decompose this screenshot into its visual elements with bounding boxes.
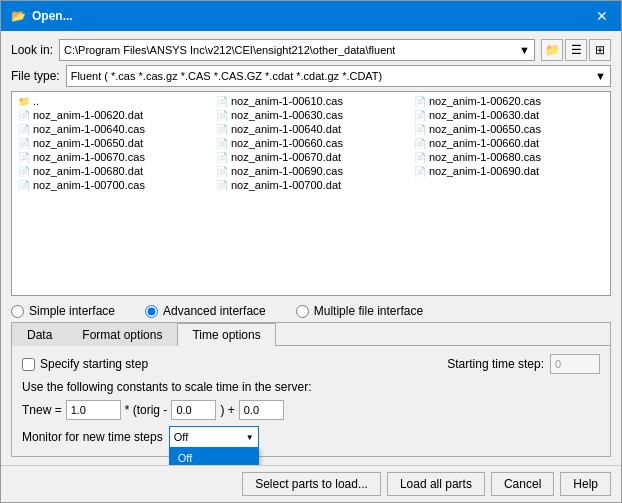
file-icon: 📄 [216,152,228,163]
multiple-interface-label: Multiple file interface [314,304,423,318]
file-name: noz_anim-1-00630.cas [231,109,343,121]
look-in-label: Look in: [11,43,53,57]
file-name: noz_anim-1-00680.dat [33,165,143,177]
list-item[interactable]: 📄 noz_anim-1-00620.dat [14,108,212,122]
file-icon: 📄 [216,96,228,107]
monitor-combo[interactable]: Off ▼ [169,426,259,448]
advanced-interface-label: Advanced interface [163,304,266,318]
specify-step-checkbox[interactable] [22,358,35,371]
list-view-button[interactable]: ☰ [565,39,587,61]
file-name: noz_anim-1-00640.dat [231,123,341,135]
list-item[interactable]: 📄 noz_anim-1-00650.cas [410,122,608,136]
list-item[interactable]: 📄 noz_anim-1-00680.cas [410,150,608,164]
file-icon: 📄 [18,138,30,149]
starting-ts-row: Starting time step: [447,354,600,374]
select-parts-button[interactable]: Select parts to load... [242,472,381,496]
plus-label: ) + [220,403,234,417]
list-item[interactable]: 📄 noz_anim-1-00690.dat [410,164,608,178]
file-icon: 📄 [414,166,426,177]
detail-view-button[interactable]: ⊞ [589,39,611,61]
interface-options: Simple interface Advanced interface Mult… [11,304,611,318]
list-item[interactable]: 📄 noz_anim-1-00660.cas [212,136,410,150]
file-icon: 📄 [216,180,228,191]
tabs-container: Data Format options Time options Specify… [11,322,611,457]
simple-interface-label: Simple interface [29,304,115,318]
list-item[interactable]: 📁 .. [14,94,212,108]
list-item[interactable]: 📄 noz_anim-1-00630.cas [212,108,410,122]
tab-format[interactable]: Format options [67,323,177,346]
title-bar: 📂 Open... ✕ [1,1,621,31]
file-name: noz_anim-1-00670.cas [33,151,145,163]
load-all-button[interactable]: Load all parts [387,472,485,496]
specify-step-row: Specify starting step [22,357,148,371]
file-name: noz_anim-1-00660.dat [429,137,539,149]
multiple-radio-input[interactable] [296,305,309,318]
scale-label-row: Use the following constants to scale tim… [22,380,600,394]
list-item[interactable]: 📄 noz_anim-1-00620.cas [410,94,608,108]
monitor-dropdown-container: Off ▼ Off Jump to end Stay at current [169,426,259,448]
look-in-combo[interactable]: C:\Program Files\ANSYS Inc\v212\CEI\ensi… [59,39,535,61]
simple-interface-radio[interactable]: Simple interface [11,304,115,318]
folder-icon: 📁 [18,96,30,107]
starting-ts-label: Starting time step: [447,357,544,371]
multiple-interface-radio[interactable]: Multiple file interface [296,304,423,318]
file-icon: 📄 [216,110,228,121]
advanced-interface-radio[interactable]: Advanced interface [145,304,266,318]
new-folder-button[interactable]: 📁 [541,39,563,61]
list-item[interactable]: 📄 noz_anim-1-00700.dat [212,178,410,192]
monitor-option-off[interactable]: Off [170,449,258,465]
file-icon: 📄 [216,166,228,177]
file-icon: 📄 [18,180,30,191]
monitor-value: Off [174,431,188,443]
list-item[interactable]: 📄 noz_anim-1-00680.dat [14,164,212,178]
simple-radio-input[interactable] [11,305,24,318]
torig-input[interactable] [171,400,216,420]
list-item[interactable]: 📄 noz_anim-1-00610.cas [212,94,410,108]
list-item[interactable]: 📄 noz_anim-1-00650.dat [14,136,212,150]
file-name: noz_anim-1-00650.dat [33,137,143,149]
advanced-radio-input[interactable] [145,305,158,318]
file-name: noz_anim-1-00610.cas [231,95,343,107]
list-item[interactable]: 📄 noz_anim-1-00630.dat [410,108,608,122]
file-name: noz_anim-1-00650.cas [429,123,541,135]
file-name: noz_anim-1-00680.cas [429,151,541,163]
help-button[interactable]: Help [560,472,611,496]
file-icon: 📄 [216,138,228,149]
dialog-footer: Select parts to load... Load all parts C… [1,465,621,502]
look-in-icons: 📁 ☰ ⊞ [541,39,611,61]
tab-data[interactable]: Data [12,323,67,346]
file-name: noz_anim-1-00640.cas [33,123,145,135]
list-item[interactable]: 📄 noz_anim-1-00660.dat [410,136,608,150]
list-item[interactable]: 📄 noz_anim-1-00700.cas [14,178,212,192]
torig-label: * (torig - [125,403,168,417]
tab-headers: Data Format options Time options [12,323,610,346]
monitor-label: Monitor for new time steps [22,430,163,444]
dialog-icon: 📂 [11,9,26,23]
tnew-input[interactable] [66,400,121,420]
file-icon: 📄 [18,166,30,177]
formula-row: Tnew = * (torig - ) + [22,400,600,420]
look-in-path: C:\Program Files\ANSYS Inc\v212\CEI\ensi… [64,44,395,56]
file-name: noz_anim-1-00700.dat [231,179,341,191]
close-button[interactable]: ✕ [593,7,611,25]
list-item[interactable]: 📄 noz_anim-1-00640.cas [14,122,212,136]
list-item[interactable]: 📄 noz_anim-1-00640.dat [212,122,410,136]
plus-input[interactable] [239,400,284,420]
file-name: noz_anim-1-00700.cas [33,179,145,191]
dialog-body: Look in: C:\Program Files\ANSYS Inc\v212… [1,31,621,465]
file-name: .. [33,95,39,107]
tab-time[interactable]: Time options [177,323,275,346]
chevron-down-icon: ▼ [519,44,530,56]
list-item[interactable]: 📄 noz_anim-1-00670.cas [14,150,212,164]
file-name: noz_anim-1-00690.cas [231,165,343,177]
file-type-value: Fluent ( *.cas *.cas.gz *.CAS *.CAS.GZ *… [71,70,383,82]
list-item[interactable]: 📄 noz_anim-1-00690.cas [212,164,410,178]
file-name: noz_anim-1-00620.cas [429,95,541,107]
file-type-combo[interactable]: Fluent ( *.cas *.cas.gz *.CAS *.CAS.GZ *… [66,65,611,87]
file-icon: 📄 [414,152,426,163]
file-icon: 📄 [414,138,426,149]
list-item[interactable]: 📄 noz_anim-1-00670.dat [212,150,410,164]
file-icon: 📄 [18,110,30,121]
starting-ts-input[interactable] [550,354,600,374]
cancel-button[interactable]: Cancel [491,472,554,496]
